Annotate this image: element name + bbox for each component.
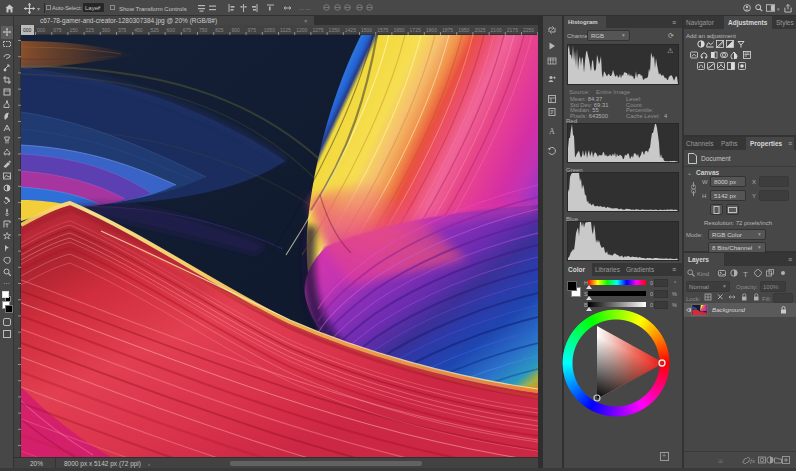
svg-text:1875: 1875 [442, 27, 453, 33]
svg-text:1350: 1350 [329, 27, 340, 33]
svg-text:900: 900 [231, 27, 240, 33]
svg-text:A: A [549, 127, 555, 136]
svg-text:1800: 1800 [426, 27, 437, 33]
svg-text:225: 225 [86, 27, 95, 33]
svg-text:1425: 1425 [345, 27, 356, 33]
svg-text:1575: 1575 [377, 27, 388, 33]
svg-text:1500: 1500 [361, 27, 372, 33]
svg-text:1200: 1200 [296, 27, 307, 33]
svg-text:075: 075 [53, 27, 62, 33]
svg-text:825: 825 [215, 27, 224, 33]
svg-text:300: 300 [102, 27, 111, 33]
svg-text:150: 150 [69, 27, 78, 33]
svg-text:1725: 1725 [410, 27, 421, 33]
svg-text:1275: 1275 [312, 27, 323, 33]
svg-text:975: 975 [248, 27, 257, 33]
svg-text:2025: 2025 [474, 27, 485, 33]
svg-text:450: 450 [134, 27, 143, 33]
svg-text:2250: 2250 [523, 27, 534, 33]
svg-text:000: 000 [37, 27, 46, 33]
svg-text:fx: fx [750, 457, 756, 464]
svg-text:2175: 2175 [507, 27, 518, 33]
svg-text:1950: 1950 [458, 27, 469, 33]
svg-text:2100: 2100 [491, 27, 502, 33]
svg-text:375: 375 [118, 27, 127, 33]
svg-text:1650: 1650 [393, 27, 404, 33]
svg-text:600: 600 [167, 27, 176, 33]
svg-text:675: 675 [183, 27, 192, 33]
svg-text:1050: 1050 [264, 27, 275, 33]
svg-text:525: 525 [150, 27, 159, 33]
svg-text:1125: 1125 [280, 27, 291, 33]
svg-text:750: 750 [199, 27, 208, 33]
svg-text:T: T [743, 270, 748, 278]
